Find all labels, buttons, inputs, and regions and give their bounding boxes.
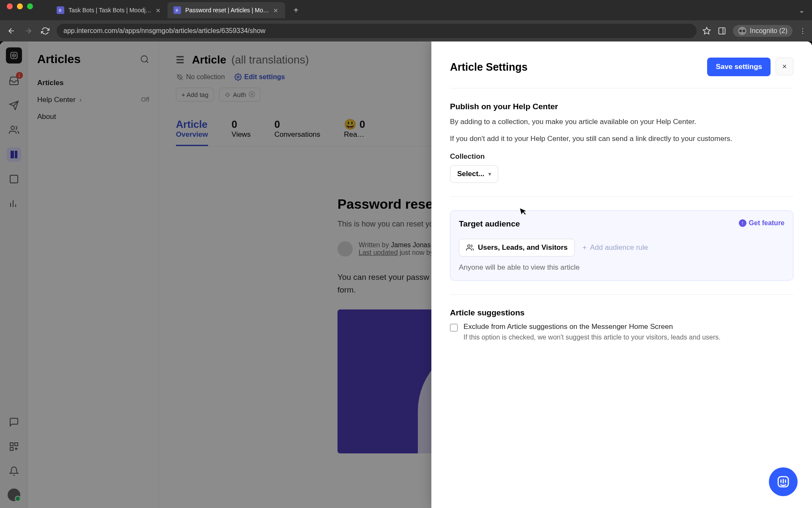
suggestions-section: Article suggestions Exclude from Article… xyxy=(450,308,793,355)
incognito-icon xyxy=(738,27,746,35)
address-bar: app.intercom.com/a/apps/nnsgmgob/article… xyxy=(0,20,812,41)
incognito-indicator[interactable]: Incognito (2) xyxy=(733,25,793,37)
collection-label: Collection xyxy=(450,152,793,161)
close-panel-button[interactable]: × xyxy=(776,58,793,75)
svg-rect-1 xyxy=(719,28,725,34)
panel-icon[interactable] xyxy=(718,27,726,35)
bookmark-icon[interactable] xyxy=(702,27,711,35)
plus-icon: + xyxy=(582,243,587,252)
minimize-window-icon[interactable] xyxy=(17,3,23,9)
users-icon xyxy=(466,244,474,251)
audience-heading: Target audience xyxy=(459,219,520,229)
audience-chip[interactable]: Users, Leads, and Visitors xyxy=(459,239,575,257)
add-audience-rule-button[interactable]: + Add audience rule xyxy=(582,243,648,252)
audience-chip-label: Users, Leads, and Visitors xyxy=(478,243,568,252)
back-button[interactable] xyxy=(6,25,17,36)
new-tab-button[interactable]: + xyxy=(289,4,303,17)
app-shell: 1 A xyxy=(0,41,812,508)
get-feature-link[interactable]: ↑ Get feature xyxy=(739,219,785,227)
close-window-icon[interactable] xyxy=(7,3,13,9)
exclude-suggestions-checkbox[interactable] xyxy=(450,324,458,331)
chevron-down-icon[interactable]: ⌄ xyxy=(799,6,804,14)
browser-tab-active[interactable]: ⊪ Password reset | Articles | Mo… ✕ xyxy=(167,2,285,18)
add-audience-label: Add audience rule xyxy=(590,243,648,252)
incognito-label: Incognito (2) xyxy=(750,27,787,35)
select-placeholder: Select... xyxy=(457,170,484,178)
svg-point-23 xyxy=(468,245,470,247)
arrow-up-circle-icon: ↑ xyxy=(739,219,746,227)
panel-title: Article Settings xyxy=(450,61,527,73)
audience-note: Anyone will be able to view this article xyxy=(459,263,785,272)
url-field[interactable]: app.intercom.com/a/apps/nnsgmgob/article… xyxy=(57,24,697,38)
browser-tab-bar: ⊪ Task Bots | Task Bots | Moodj… ✕ ⊪ Pas… xyxy=(0,0,812,20)
maximize-window-icon[interactable] xyxy=(27,3,33,9)
kebab-menu-icon[interactable]: ⋮ xyxy=(799,27,806,35)
publish-section: Publish on your Help Center By adding to… xyxy=(450,102,793,197)
publish-text-1: By adding to a collection, you make you … xyxy=(450,116,793,127)
browser-tab[interactable]: ⊪ Task Bots | Task Bots | Moodj… ✕ xyxy=(51,2,167,18)
chevron-down-icon: ▾ xyxy=(488,171,491,177)
close-icon[interactable]: ✕ xyxy=(156,7,162,13)
reload-button[interactable] xyxy=(40,25,51,36)
tab-title: Task Bots | Task Bots | Moodj… xyxy=(69,7,151,14)
save-settings-button[interactable]: Save settings xyxy=(707,58,771,76)
publish-text-2: If you don't add it to your Help Center,… xyxy=(450,133,793,144)
close-icon[interactable]: ✕ xyxy=(273,7,279,13)
favicon-icon: ⊪ xyxy=(57,6,64,14)
url-text: app.intercom.com/a/apps/nnsgmgob/article… xyxy=(63,27,266,35)
svg-marker-0 xyxy=(703,28,710,34)
checkbox-help: If this option is checked, we won't sugg… xyxy=(464,334,721,341)
checkbox-label: Exclude from Article suggestions on the … xyxy=(464,323,721,331)
suggestions-heading: Article suggestions xyxy=(450,308,793,318)
audience-section: Target audience ↑ Get feature Users, Lea… xyxy=(450,210,793,295)
messenger-fab[interactable] xyxy=(769,467,798,496)
publish-heading: Publish on your Help Center xyxy=(450,102,793,111)
forward-button[interactable] xyxy=(23,25,34,36)
tab-title: Password reset | Articles | Mo… xyxy=(185,7,269,14)
window-controls xyxy=(7,3,33,9)
collection-select[interactable]: Select... ▾ xyxy=(450,165,498,183)
article-settings-panel: Article Settings Save settings × Publish… xyxy=(431,41,812,508)
get-feature-label: Get feature xyxy=(749,219,785,227)
favicon-icon: ⊪ xyxy=(173,6,181,14)
